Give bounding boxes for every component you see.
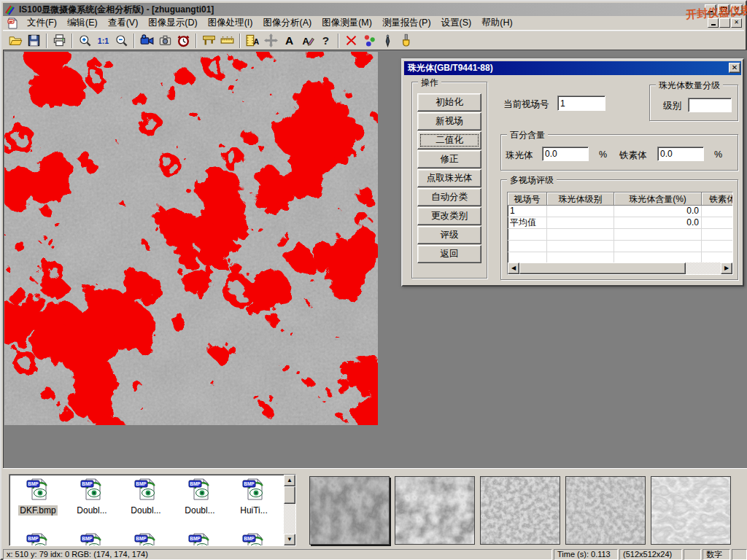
menu-item-4[interactable]: 图像处理(I) xyxy=(203,15,258,31)
micrograph-image[interactable] xyxy=(4,52,378,425)
table-column-header-1[interactable]: 珠光体级别 xyxy=(547,192,614,206)
pct-input-0[interactable] xyxy=(542,147,589,161)
preview-thumbnail-1[interactable] xyxy=(395,476,475,545)
operation-button-2[interactable]: 二值化 xyxy=(417,131,481,149)
operation-button-7[interactable]: 评级 xyxy=(417,226,481,244)
open-file-button[interactable] xyxy=(7,32,25,49)
preview-thumbnail-0[interactable] xyxy=(309,476,390,545)
preview-thumbnail-4[interactable] xyxy=(651,476,731,545)
zoom-out-icon xyxy=(115,34,128,47)
bottom-panel: BMPDKF.bmpBMPDoubl...BMPDoubl...BMPDoubl… xyxy=(3,468,747,548)
table-column-header-0[interactable]: 视场号 xyxy=(508,192,547,206)
file-item-1[interactable]: BMPDoubl... xyxy=(65,478,119,516)
timer-button[interactable] xyxy=(174,32,193,49)
scrollbar-thumb[interactable] xyxy=(284,486,295,504)
minimize-button[interactable] xyxy=(705,4,716,15)
menu-item-0[interactable]: 文件(F) xyxy=(22,15,62,31)
menu-item-6[interactable]: 图像测量(M) xyxy=(317,15,377,31)
scroll-down-button[interactable]: ▼ xyxy=(284,534,295,545)
dialog-close-button[interactable]: ✕ xyxy=(729,63,740,73)
svg-text:BMP: BMP xyxy=(190,481,201,486)
annotate-button[interactable]: A xyxy=(298,32,317,49)
svg-text:A: A xyxy=(253,37,259,46)
menu-item-1[interactable]: 编辑(E) xyxy=(62,15,103,31)
dialog-title-bar[interactable]: 珠光体(GB/T9441-88) xyxy=(404,61,741,75)
table-cell xyxy=(702,241,733,252)
scroll-up-button[interactable]: ▲ xyxy=(284,475,295,486)
multi-field-table: 视场号珠光体级别珠光体含量(%)铁素体含量(%) 10.0平均值0.0 ◀ ▶ xyxy=(507,192,733,275)
measure-label-icon: A xyxy=(246,34,260,47)
file-item-row2-0[interactable]: BMP xyxy=(11,532,65,546)
table-cell xyxy=(547,229,614,240)
file-list-scrollbar[interactable]: ▲ ▼ xyxy=(284,475,295,545)
menu-bar: 文件(F)编辑(E)查看(V)图像显示(D)图像处理(I)图像分析(A)图像测量… xyxy=(3,16,744,31)
file-item-row2-3[interactable]: BMP xyxy=(173,532,227,546)
paint-brush-button[interactable] xyxy=(397,32,415,49)
pointer-pen-button[interactable] xyxy=(379,32,397,49)
file-item-row2-4[interactable]: BMP xyxy=(227,532,281,546)
pct-unit-0: % xyxy=(599,149,607,160)
operation-button-1[interactable]: 新视场 xyxy=(417,112,481,131)
scroll-left-button[interactable]: ◀ xyxy=(508,262,519,274)
bmp-file-icon: BMP xyxy=(242,532,266,546)
preview-thumbnail-2[interactable] xyxy=(480,476,560,545)
preview-thumbnail-3[interactable] xyxy=(565,476,646,545)
scrollbar-track[interactable] xyxy=(686,262,721,274)
annotate-icon: A xyxy=(301,34,314,47)
svg-text:BMP: BMP xyxy=(190,536,201,541)
percentage-group: 百分含量 珠光体%铁素体% xyxy=(500,134,738,171)
zoom-out-button[interactable] xyxy=(112,32,131,49)
operation-button-8[interactable]: 返回 xyxy=(417,245,481,263)
help-button[interactable]: ? xyxy=(317,32,335,49)
table-row-2[interactable] xyxy=(508,229,732,241)
print-button[interactable] xyxy=(50,32,69,49)
table-row-0[interactable]: 10.0 xyxy=(508,206,732,217)
pct-input-1[interactable] xyxy=(657,147,704,161)
menu-item-8[interactable]: 设置(S) xyxy=(436,15,477,31)
menu-item-9[interactable]: 帮助(H) xyxy=(476,15,517,31)
current-field-input[interactable] xyxy=(557,96,605,111)
save-button[interactable] xyxy=(25,32,43,49)
file-item-4[interactable]: BMPHuiTi... xyxy=(227,478,281,516)
table-column-header-3[interactable]: 铁素体含量(%) xyxy=(702,192,732,206)
measure-label-button[interactable]: A xyxy=(244,32,262,49)
mdi-minimize-button[interactable] xyxy=(708,18,719,28)
ruler-button[interactable] xyxy=(218,32,236,49)
operation-button-5[interactable]: 自动分类 xyxy=(417,188,481,206)
zoom-actual-button[interactable]: 1:1 xyxy=(94,32,112,49)
scrollbar-thumb[interactable] xyxy=(519,262,686,274)
file-item-3[interactable]: BMPDoubl... xyxy=(173,478,227,516)
file-item-0[interactable]: BMPDKF.bmp xyxy=(11,478,65,516)
menu-item-5[interactable]: 图像分析(A) xyxy=(258,15,317,31)
move-button[interactable] xyxy=(262,32,280,49)
maximize-button[interactable] xyxy=(718,4,729,15)
caliper-button[interactable] xyxy=(200,32,218,49)
menu-item-2[interactable]: 查看(V) xyxy=(103,15,144,31)
file-item-row2-2[interactable]: BMP xyxy=(119,532,173,546)
zoom-in-button[interactable] xyxy=(76,32,94,49)
operation-button-3[interactable]: 修正 xyxy=(417,150,481,168)
table-row-3[interactable] xyxy=(508,241,732,252)
table-cell xyxy=(547,217,614,228)
file-item-row2-1[interactable]: BMP xyxy=(65,532,119,546)
table-horizontal-scrollbar[interactable]: ◀ ▶ xyxy=(508,262,732,274)
table-column-header-2[interactable]: 珠光体含量(%) xyxy=(614,192,702,206)
close-button[interactable]: ✕ xyxy=(731,4,743,15)
menu-item-7[interactable]: 测量报告(P) xyxy=(377,15,436,31)
curve-tool-button[interactable] xyxy=(342,32,360,49)
operation-button-4[interactable]: 点取珠光体 xyxy=(417,169,481,187)
bmp-file-icon: BMP xyxy=(26,478,50,504)
file-item-2[interactable]: BMPDoubl... xyxy=(119,478,173,516)
camera-capture-button[interactable] xyxy=(156,32,174,49)
video-capture-button[interactable] xyxy=(138,32,156,49)
table-row-1[interactable]: 平均值0.0 xyxy=(508,217,732,229)
operation-button-0[interactable]: 初始化 xyxy=(417,93,481,112)
operation-button-6[interactable]: 更改类别 xyxy=(417,207,481,225)
mdi-restore-button[interactable] xyxy=(719,18,730,28)
level-input[interactable] xyxy=(688,98,732,112)
count-points-button[interactable] xyxy=(360,32,379,49)
scroll-right-button[interactable]: ▶ xyxy=(721,262,732,274)
menu-item-3[interactable]: 图像显示(D) xyxy=(143,15,202,31)
text-label-button[interactable]: A xyxy=(280,32,298,49)
mdi-close-button[interactable]: ✕ xyxy=(731,18,742,28)
